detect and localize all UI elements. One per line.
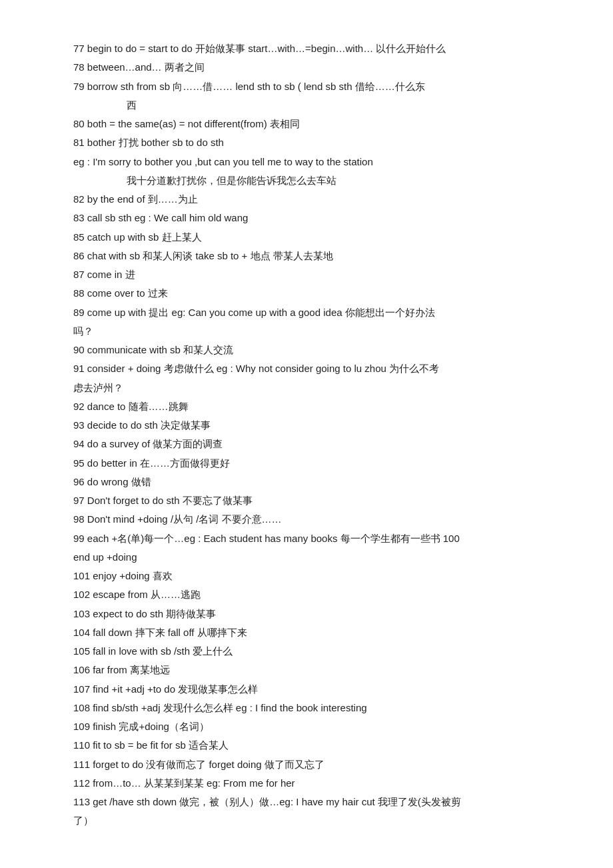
main-content: 77 begin to do = start to do 开始做某事 start… xyxy=(73,40,540,830)
text-line-l88: 88 come over to 过来 xyxy=(73,285,540,302)
text-line-l83: 83 call sb sth eg : We call him old wang xyxy=(73,209,540,227)
text-line-l107: 107 find +it +adj +to do 发现做某事怎么样 xyxy=(73,681,540,698)
text-line-l106: 106 far from 离某地远 xyxy=(73,661,540,679)
text-line-l87: 87 come in 进 xyxy=(73,266,540,283)
text-line-l92: 92 dance to 随着……跳舞 xyxy=(73,398,540,415)
text-line-l86: 86 chat with sb 和某人闲谈 take sb to + 地点 带某… xyxy=(73,247,540,265)
text-line-l89b: 吗？ xyxy=(73,323,540,340)
text-line-l93: 93 decide to do sth 决定做某事 xyxy=(73,417,540,434)
text-line-l94: 94 do a survey of 做某方面的调查 xyxy=(73,435,540,453)
text-line-l101: 101 enjoy +doing 喜欢 xyxy=(73,567,540,585)
text-line-l91: 91 consider + doing 考虑做什么 eg : Why not c… xyxy=(73,360,540,377)
text-line-l81eg: eg : I'm sorry to bother you ,but can yo… xyxy=(73,153,540,171)
text-line-l100: end up +doing xyxy=(73,549,540,566)
text-line-l103: 103 expect to do sth 期待做某事 xyxy=(73,605,540,623)
text-line-l96: 96 do wrong 做错 xyxy=(73,473,540,491)
text-line-l89: 89 come up with 提出 eg: Can you come up w… xyxy=(73,304,540,321)
text-line-l81egcn: 我十分道歉打扰你，但是你能告诉我怎么去车站 xyxy=(73,172,540,189)
text-line-l112: 112 from…to… 从某某到某某 eg: From me for her xyxy=(73,775,540,792)
text-line-l97: 97 Don't forget to do sth 不要忘了做某事 xyxy=(73,492,540,509)
text-line-l105: 105 fall in love with sb /sth 爱上什么 xyxy=(73,643,540,660)
text-line-l78: 78 between…and… 两者之间 xyxy=(73,59,540,76)
text-line-l90: 90 communicate with sb 和某人交流 xyxy=(73,341,540,359)
text-line-l79b: 西 xyxy=(73,97,540,114)
text-line-l111: 111 forget to do 没有做而忘了 forget doing 做了而… xyxy=(73,756,540,773)
text-line-l85: 85 catch up with sb 赶上某人 xyxy=(73,229,540,246)
text-line-l110: 110 fit to sb = be fit for sb 适合某人 xyxy=(73,737,540,754)
text-line-l77: 77 begin to do = start to do 开始做某事 start… xyxy=(73,40,540,57)
text-line-l113b: 了） xyxy=(73,812,540,829)
text-line-l81: 81 bother 打扰 bother sb to do sth xyxy=(73,134,540,151)
text-line-l113: 113 get /have sth down 做完，被（别人）做…eg: I h… xyxy=(73,793,540,811)
text-line-l80: 80 both = the same(as) = not different(f… xyxy=(73,115,540,133)
text-line-l102: 102 escape from 从……逃跑 xyxy=(73,586,540,603)
text-line-l98: 98 Don't mind +doing /从句 /名词 不要介意…… xyxy=(73,511,540,528)
text-line-l99: 99 each +名(单)每一个…eg : Each student has m… xyxy=(73,530,540,547)
text-line-l95: 95 do better in 在……方面做得更好 xyxy=(73,455,540,472)
text-line-l104: 104 fall down 摔下来 fall off 从哪摔下来 xyxy=(73,624,540,641)
text-line-l108: 108 find sb/sth +adj 发现什么怎么样 eg : I find… xyxy=(73,699,540,717)
text-line-l82: 82 by the end of 到……为止 xyxy=(73,191,540,208)
text-line-l109: 109 finish 完成+doing（名词） xyxy=(73,718,540,735)
text-line-l79: 79 borrow sth from sb 向……借…… lend sth to… xyxy=(73,78,540,95)
text-line-l91b: 虑去泸州？ xyxy=(73,379,540,397)
